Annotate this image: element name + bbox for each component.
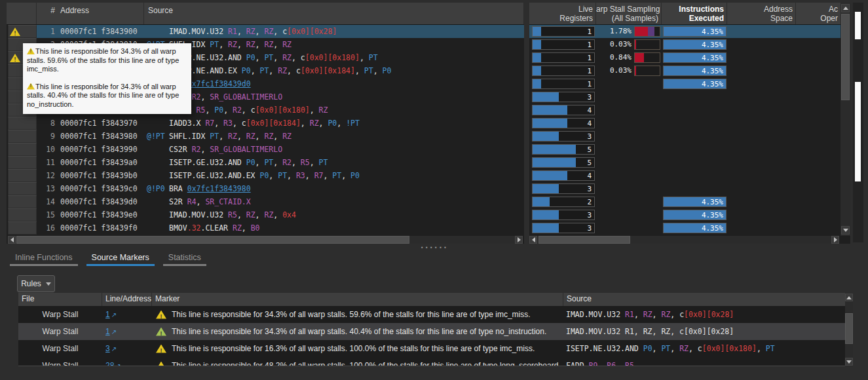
source-row[interactable]: 900007fc1 f3843980@!PTSHFL.IDX PT, RZ, R… [7,130,524,143]
warp-stall-sampling-column-header[interactable]: arp Stall Sampling(All Samples) [596,3,662,24]
metrics-row[interactable]: 34.35% [529,221,850,235]
live-registers-column-header[interactable]: LiveRegisters [529,3,596,24]
gutter-cell[interactable] [8,117,37,130]
metrics-row[interactable]: 24.35% [529,195,850,208]
source-row[interactable]: 1300007fc1 f38439c0@!P0BRA 0x7fc1f384398… [7,182,524,195]
scroll-thumb[interactable] [841,14,850,100]
gutter-cell[interactable] [8,156,37,169]
address-space-column-header[interactable]: AddressSpace [727,3,796,24]
panel-splitter-handle[interactable]: ▪ ▪ ▪ ▪ ▪ ▪ [0,244,868,251]
marker-row[interactable]: Warp Stall1↗!This line is responsible fo… [18,323,845,340]
source-row[interactable]: 1100007fc1 f38439a0ISETP.GE.U32.AND P0, … [7,156,524,169]
line-address-column-header[interactable]: Line/Address [102,293,152,306]
metrics-row[interactable]: 34.35% [529,208,850,221]
branch-target-link[interactable]: 0x7fc1f38439d0 [187,79,251,88]
line-number-link[interactable]: 28 [105,361,114,366]
metrics-row[interactable]: 4 [529,104,850,117]
marker-row[interactable]: Warp Stall1↗!This line is responsible fo… [18,306,845,323]
gutter-cell[interactable] [8,169,37,182]
marker-row[interactable]: Warp Stall28↗!This line is responsible f… [18,357,845,366]
scroll-right-button[interactable] [831,236,839,244]
source-row[interactable]: 1200007fc1 f38439b0ISETP.GE.U32.AND.EX P… [7,169,524,182]
tab-statistics[interactable]: Statistics [163,252,206,266]
source-row[interactable]: !100007fc1 f3843900IMAD.MOV.U32 R1, RZ, … [7,25,524,38]
source-row[interactable]: 1600007fc1 f38439f0BMOV.32.CLEAR RZ, B0 [7,221,524,235]
warning-icon: ! [156,362,166,367]
metrics-row[interactable]: 3 [529,182,850,195]
marker-line-link[interactable]: 1↗ [102,310,152,319]
scroll-thumb[interactable] [845,313,853,344]
file-column-header[interactable]: File [18,293,102,306]
branch-target-link[interactable]: 0x7fc1f3843980 [187,184,251,193]
warp-stall-percent: 1.78% [595,27,632,35]
rules-dropdown[interactable]: Rules [17,275,55,292]
gutter-cell[interactable] [8,130,37,143]
line-number: 15 [37,210,55,219]
line-number-column-header[interactable]: # [37,6,55,15]
instruction-address: 00007fc1 f38439e0 [55,210,144,219]
metrics-row[interactable]: 5 [529,156,850,169]
source-row[interactable]: 1500007fc1 f38439e0IMAD.MOV.U32 R5, RZ, … [7,208,524,221]
metrics-row[interactable]: 3 [529,90,850,104]
marker-rows: Warp Stall1↗!This line is responsible fo… [18,306,845,366]
metrics-row[interactable]: 3 [529,130,850,143]
scroll-down-button[interactable] [841,226,850,235]
metrics-row[interactable]: 10.84%4.35% [529,51,850,64]
line-number-link[interactable]: 1 [105,310,110,319]
scroll-left-button[interactable] [529,236,537,244]
gutter-cell[interactable] [8,195,37,208]
access-operation-column-header[interactable]: AcOper [796,3,840,24]
instruction-token: SR_GLOBALTIMERLO [210,92,282,102]
scroll-up-button[interactable] [841,4,850,12]
instruction-token: , [292,158,301,167]
metrics-row[interactable]: 11.78%4.35% [529,25,840,38]
heatmap-strip[interactable] [853,3,863,242]
scroll-up-button[interactable] [845,294,853,301]
heatmap-marker[interactable] [855,12,861,39]
metrics-rows: 11.78%4.35%10.03%4.35%10.84%4.35%10.03%4… [529,25,850,235]
marker-line-link[interactable]: 3↗ [102,344,152,353]
instruction-token: RZ [246,27,255,36]
instructions-executed-column-header[interactable]: InstructionsExecuted [662,3,727,24]
gutter-cell[interactable]: ! [8,25,37,38]
gutter-header-cell [7,3,37,24]
scroll-thumb[interactable] [16,236,409,244]
scroll-down-button[interactable] [845,358,853,366]
gutter-cell[interactable] [8,143,37,156]
metrics-vertical-scrollbar[interactable] [840,3,850,236]
marker-source: ISETP.NE.U32.AND P0, PT, RZ, c[0x0][0x18… [563,344,845,353]
gutter-cell[interactable] [8,221,37,235]
metrics-row[interactable]: 4 [529,169,850,182]
address-column-header[interactable]: #Address [37,3,144,24]
marker-line-link[interactable]: 1↗ [102,327,152,336]
source-horizontal-scrollbar[interactable] [8,236,523,244]
metrics-horizontal-scrollbar[interactable] [529,236,839,244]
stall-bar-segment [635,40,636,49]
tab-source-markers[interactable]: Source Markers [86,252,155,266]
gutter-cell[interactable] [8,208,37,221]
source-row[interactable]: 800007fc1 f3843970IADD3.X R7, R3, c[0x0]… [7,117,524,130]
line-number-link[interactable]: 1 [105,327,110,336]
heatmap-marker[interactable] [855,82,861,181]
source-row[interactable]: 1400007fc1 f38439d0S2R R4, SR_CTAID.X [7,195,524,208]
source-row[interactable]: 1000007fc1 f3843990CS2R R2, SR_GLOBALTIM… [7,143,524,156]
metrics-row[interactable]: 14.35% [529,77,850,90]
instruction-token: R2 [233,105,242,115]
instruction-address: 00007fc1 f38439b0 [55,171,144,180]
marker-line-link[interactable]: 28↗ [102,361,152,366]
scroll-right-button[interactable] [515,236,523,244]
scroll-left-button[interactable] [8,236,16,244]
scroll-thumb[interactable] [538,236,630,244]
metrics-row[interactable]: 10.03%4.35% [529,64,850,77]
gutter-cell[interactable] [8,182,37,195]
metrics-row[interactable]: 4 [529,117,850,130]
marker-column-header[interactable]: Marker [152,293,563,306]
source-column-header[interactable]: Source [563,293,845,306]
metrics-row[interactable]: 10.03%4.35% [529,38,850,51]
metrics-row[interactable]: 5 [529,143,850,156]
line-number-link[interactable]: 3 [105,344,110,353]
marker-row[interactable]: Warp Stall3↗!This line is responsible fo… [18,340,845,357]
markers-vertical-scrollbar[interactable] [845,293,853,366]
source-column-header[interactable]: Source [144,3,524,24]
tab-inline-functions[interactable]: Inline Functions [10,252,78,266]
